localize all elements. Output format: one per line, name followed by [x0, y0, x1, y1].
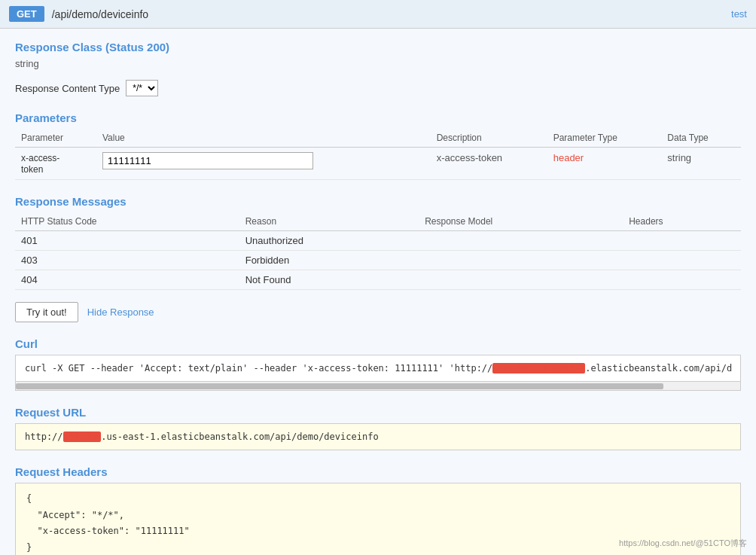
main-content: Response Class (Status 200) string Respo…: [0, 29, 756, 555]
parameters-title: Parameters: [15, 111, 741, 124]
url-prefix: http://: [25, 431, 63, 442]
param-col-type: Parameter Type: [547, 129, 662, 148]
param-data-type-cell: string: [661, 148, 741, 180]
status-code-403: 403: [15, 251, 239, 270]
request-url-box: http://somedev.us-east-1.elasticbeanstal…: [15, 423, 741, 450]
param-col-parameter: Parameter: [15, 129, 96, 148]
model-401: [419, 231, 623, 251]
http-method-badge: GET: [9, 6, 44, 22]
param-col-value: Value: [96, 129, 431, 148]
headers-401: [623, 231, 741, 251]
reason-404: Not Found: [239, 270, 419, 290]
param-value-cell: [96, 148, 431, 180]
request-url-title: Request URL: [15, 406, 741, 419]
content-type-label: Response Content Type: [15, 83, 120, 94]
resp-col-model: Response Model: [419, 212, 623, 231]
param-name: x-access-token: [21, 153, 59, 175]
request-headers-title: Request Headers: [15, 465, 741, 478]
curl-title: Curl: [15, 337, 741, 350]
param-data-type-value: string: [667, 152, 691, 163]
resp-col-headers: Headers: [623, 212, 741, 231]
response-messages-section: Response Messages HTTP Status Code Reaso…: [15, 195, 741, 290]
curl-scrollbar[interactable]: [15, 382, 741, 391]
parameters-table: Parameter Value Description Parameter Ty…: [15, 129, 741, 180]
response-messages-title: Response Messages: [15, 195, 741, 208]
curl-command-box: curl -X GET --header 'Accept: text/plain…: [15, 355, 741, 382]
param-type-value: header: [553, 152, 584, 163]
model-403: [419, 251, 623, 270]
response-class-section: Response Class (Status 200) string: [15, 41, 741, 69]
footer-watermark: https://blog.csdn.net/@51CTO博客: [619, 538, 747, 549]
request-url-section: Request URL http://somedev.us-east-1.ela…: [15, 406, 741, 450]
curl-scrollbar-thumb: [16, 383, 663, 389]
reason-403: Forbidden: [239, 251, 419, 270]
param-name-cell: x-access-token: [15, 148, 96, 180]
try-it-out-button[interactable]: Try it out!: [15, 302, 78, 322]
resp-col-code: HTTP Status Code: [15, 212, 239, 231]
table-row: 401 Unauthorized: [15, 231, 741, 251]
reason-401: Unauthorized: [239, 231, 419, 251]
param-col-datatype: Data Type: [661, 129, 741, 148]
status-code-401: 401: [15, 231, 239, 251]
headers-404: [623, 270, 741, 290]
url-suffix: .us-east-1.elasticbeanstalk.com/api/demo…: [101, 431, 378, 442]
param-type-cell: header: [547, 148, 662, 180]
param-col-description: Description: [431, 129, 547, 148]
action-buttons-row: Try it out! Hide Response: [15, 302, 741, 322]
status-code-404: 404: [15, 270, 239, 290]
resp-col-reason: Reason: [239, 212, 419, 231]
content-type-select[interactable]: */*: [126, 80, 158, 96]
param-desc-cell: x-access-token: [431, 148, 547, 180]
headers-403: [623, 251, 741, 270]
response-messages-table: HTTP Status Code Reason Response Model H…: [15, 212, 741, 290]
url-redacted-part: somedev: [63, 431, 102, 442]
model-404: [419, 270, 623, 290]
curl-section: Curl curl -X GET --header 'Accept: text/…: [15, 337, 741, 391]
table-row: 403 Forbidden: [15, 251, 741, 270]
redacted-domain: somedev.us-east-1: [492, 363, 585, 374]
endpoint-path: /api/demo/deviceinfo: [52, 8, 724, 20]
table-row: x-access-token x-access-token header str…: [15, 148, 741, 180]
param-description: x-access-token: [437, 152, 502, 163]
hide-response-link[interactable]: Hide Response: [87, 306, 154, 318]
response-class-title: Response Class (Status 200): [15, 41, 741, 53]
api-header-bar: GET /api/demo/deviceinfo test: [0, 0, 756, 29]
param-value-input[interactable]: [102, 152, 313, 169]
response-class-type: string: [15, 58, 741, 69]
table-row: 404 Not Found: [15, 270, 741, 290]
test-link[interactable]: test: [731, 8, 747, 20]
content-type-row: Response Content Type */*: [15, 80, 741, 96]
curl-command-text: curl -X GET --header 'Accept: text/plain…: [25, 363, 732, 374]
parameters-section: Parameters Parameter Value Description P…: [15, 111, 741, 180]
